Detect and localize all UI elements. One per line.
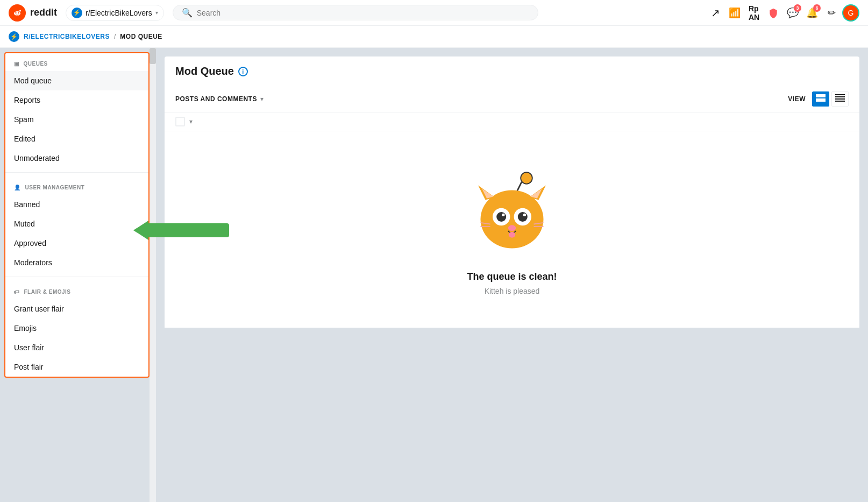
svg-point-21 <box>518 212 528 222</box>
stats-icon[interactable]: 📶 <box>726 4 743 22</box>
search-icon: 🔍 <box>182 8 193 18</box>
filter-label: POSTS AND COMMENTS <box>175 95 257 103</box>
empty-state-subtitle: Kitteh is pleased <box>485 287 540 295</box>
breadcrumb-sub[interactable]: R/ELECTRICBIKELOVERS <box>24 33 110 40</box>
sidebar-item-user-flair[interactable]: User flair <box>5 338 148 357</box>
sidebar-item-emojis[interactable]: Emojis <box>5 319 148 338</box>
trending-icon[interactable]: ↗ <box>707 4 724 22</box>
sub-icon: ⚡ <box>72 8 82 18</box>
svg-point-20 <box>496 212 506 222</box>
sidebar-scrollbar[interactable] <box>150 48 156 502</box>
page-title: Mod Queue <box>175 65 234 77</box>
svg-rect-7 <box>835 94 845 95</box>
topnav: reddit ⚡ r/ElectricBikeLovers ▾ 🔍 ↗ 📶 Rp… <box>0 0 868 26</box>
view-controls: VIEW <box>788 91 849 107</box>
sidebar-item-spam[interactable]: Spam <box>5 110 148 129</box>
sidebar-wrapper: ▣ QUEUES Mod queue Reports Spam Edited U… <box>0 48 150 502</box>
subreddit-name: r/ElectricBikeLovers <box>86 9 152 17</box>
edit-icon[interactable]: ✏ <box>823 4 840 22</box>
sidebar-item-grant-user-flair[interactable]: Grant user flair <box>5 299 148 319</box>
sidebar: ▣ QUEUES Mod queue Reports Spam Edited U… <box>4 52 150 378</box>
view-label: VIEW <box>788 95 806 103</box>
svg-point-25 <box>509 232 516 238</box>
svg-rect-9 <box>835 98 845 100</box>
svg-point-24 <box>508 225 516 231</box>
compact-view-button[interactable] <box>831 91 849 107</box>
svg-point-22 <box>502 214 504 216</box>
queues-label: QUEUES <box>24 61 48 67</box>
info-icon[interactable]: i <box>238 67 248 76</box>
svg-point-23 <box>523 214 526 216</box>
chevron-down-icon: ▾ <box>155 10 158 16</box>
user-management-icon: 👤 <box>14 185 21 190</box>
chat-icon[interactable]: 💬 3 <box>784 4 801 22</box>
search-bar[interactable]: 🔍 <box>173 5 538 20</box>
sidebar-divider-2 <box>5 277 148 277</box>
shield-icon[interactable] <box>765 4 782 22</box>
filter-bar: POSTS AND COMMENTS ▾ VIEW <box>165 86 859 112</box>
reddit-logo[interactable]: reddit <box>9 4 57 22</box>
flair-icon: 🏷 <box>14 289 20 295</box>
svg-rect-10 <box>835 101 845 102</box>
subreddit-selector[interactable]: ⚡ r/ElectricBikeLovers ▾ <box>66 5 164 21</box>
notifications-badge: 6 <box>813 4 821 12</box>
breadcrumb: ⚡ R/ELECTRICBIKELOVERS / MOD QUEUE <box>0 26 868 48</box>
sidebar-item-unmoderated[interactable]: Unmoderated <box>5 149 148 168</box>
sidebar-item-muted[interactable]: Muted <box>5 214 148 234</box>
sidebar-item-banned[interactable]: Banned <box>5 195 148 214</box>
queue-icon: ▣ <box>14 61 19 67</box>
sidebar-item-mod-queue[interactable]: Mod queue <box>5 71 148 90</box>
empty-state: The queue is clean! Kitteh is pleased <box>165 131 859 328</box>
svg-point-3 <box>18 12 19 13</box>
notifications-icon[interactable]: 🔔 6 <box>803 4 821 22</box>
card-view-button[interactable] <box>812 91 829 107</box>
sidebar-item-approved[interactable]: Approved <box>5 234 148 253</box>
user-management-label: USER MANAGEMENT <box>25 185 85 190</box>
svg-rect-8 <box>835 96 845 97</box>
cat-illustration <box>464 164 560 260</box>
scrollbar-thumb <box>150 48 156 64</box>
chat-badge: 3 <box>794 4 801 12</box>
checkbox-bar: ▾ <box>165 112 859 131</box>
sidebar-item-moderators[interactable]: Moderators <box>5 253 148 272</box>
sub-breadcrumb-icon: ⚡ <box>9 31 19 42</box>
flair-label: FLAIR & EMOJIS <box>24 289 71 295</box>
select-all-checkbox[interactable] <box>175 117 185 126</box>
content-panel: Mod Queue i POSTS AND COMMENTS ▾ VIEW <box>165 56 859 328</box>
svg-point-2 <box>15 12 16 13</box>
svg-point-1 <box>14 11 20 16</box>
main-layout: ▣ QUEUES Mod queue Reports Spam Edited U… <box>0 48 868 502</box>
svg-rect-5 <box>816 94 826 97</box>
svg-point-11 <box>521 172 532 184</box>
svg-rect-6 <box>816 98 826 102</box>
empty-state-title: The queue is clean! <box>467 271 557 282</box>
breadcrumb-current: MOD QUEUE <box>120 33 162 40</box>
sidebar-item-reports[interactable]: Reports <box>5 90 148 110</box>
content-area: Mod Queue i POSTS AND COMMENTS ▾ VIEW <box>156 48 868 502</box>
content-header: Mod Queue i <box>165 56 859 86</box>
sidebar-section-queues: ▣ QUEUES <box>5 53 148 71</box>
sidebar-section-flair: 🏷 FLAIR & EMOJIS <box>5 281 148 299</box>
sidebar-section-user-management: 👤 USER MANAGEMENT <box>5 177 148 195</box>
reddit-logo-icon <box>9 4 26 22</box>
sidebar-divider-1 <box>5 172 148 173</box>
modtoolbox-icon[interactable]: RpAN <box>745 4 763 22</box>
sidebar-item-edited[interactable]: Edited <box>5 129 148 149</box>
checkbox-dropdown-icon[interactable]: ▾ <box>189 118 193 125</box>
sidebar-item-post-flair[interactable]: Post flair <box>5 357 148 377</box>
logo-text: reddit <box>30 7 57 18</box>
avatar[interactable]: G <box>842 4 859 22</box>
svg-point-13 <box>481 190 544 249</box>
posts-comments-filter[interactable]: POSTS AND COMMENTS ▾ <box>175 95 264 103</box>
nav-icons: ↗ 📶 RpAN 💬 3 🔔 6 ✏ G <box>707 4 859 22</box>
filter-chevron-icon: ▾ <box>260 95 264 103</box>
breadcrumb-separator: / <box>114 33 116 40</box>
search-input[interactable] <box>197 9 529 17</box>
